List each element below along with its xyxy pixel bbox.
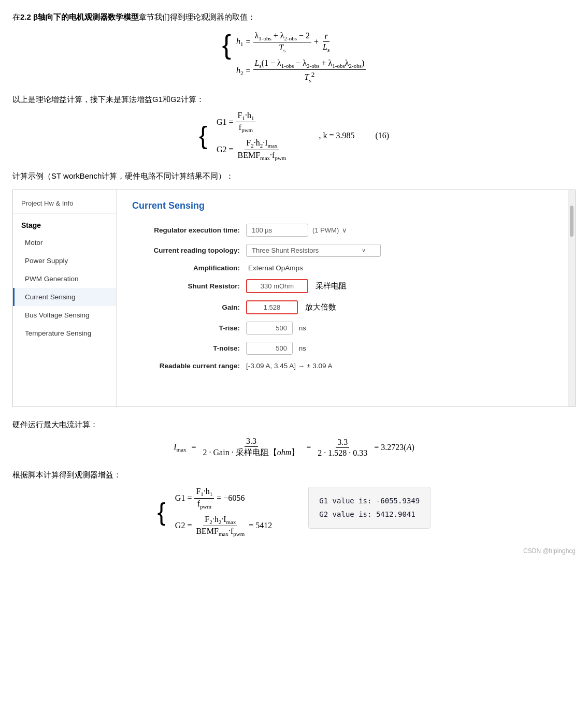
sidebar-section-label: Stage bbox=[13, 214, 116, 234]
readable-row: Readable current range: [-3.09 A, 3.45 A… bbox=[132, 362, 552, 370]
section2-label: 以上是理论增益计算，接下来是算法增益G1和G2计算： bbox=[12, 95, 204, 104]
sidebar-top: Project Hw & Info bbox=[13, 190, 116, 214]
intro-text: 在2.2 β轴向下的电机观测器数学模型章节我们得到理论观测器的取值： bbox=[12, 10, 576, 24]
sidebar-item-current-sensing[interactable]: Current Sensing bbox=[13, 288, 116, 306]
panel-main: Current Sensing Regulator execution time… bbox=[117, 190, 568, 407]
sidebar-item-pwm-generation[interactable]: PWM Generation bbox=[13, 270, 116, 288]
topology-row: Current reading topology: Three Shunt Re… bbox=[132, 244, 552, 257]
gain-value[interactable]: 1.528 bbox=[246, 300, 298, 314]
regulator-note: (1 PWM) ∨ bbox=[312, 226, 347, 234]
formula-lines-1: h1 = λ1-obs + λ2-obs − 2 Ts + r Ls h2 = … bbox=[236, 31, 366, 83]
eq-num: (16) bbox=[375, 131, 389, 140]
shunt-label: Shunt Resistor: bbox=[132, 282, 246, 290]
panel-title: Current Sensing bbox=[132, 200, 552, 211]
bottom-formula-section: { G1 = F1·h1 fpwm = −6056 G2 = F2·h2·Ima… bbox=[12, 487, 576, 537]
G1-bottom-row: G1 = F1·h1 fpwm = −6056 bbox=[175, 487, 272, 509]
dropdown-arrow-topology: ∨ bbox=[362, 247, 366, 254]
dropdown-arrow-regulator[interactable]: ∨ bbox=[342, 226, 347, 234]
G1G2-lines: G1 = F1·h1 fpwm G2 = F2·h2·Imax BEMFmax·… bbox=[217, 111, 288, 161]
sidebar-item-temperature[interactable]: Temperature Sensing bbox=[13, 324, 116, 342]
G2-bottom-row: G2 = F2·h2·Imax BEMFmax·fpwm = 5412 bbox=[175, 515, 272, 537]
section2-text: 以上是理论增益计算，接下来是算法增益G1和G2计算： bbox=[12, 93, 576, 106]
sidebar-item-power-supply[interactable]: Power Supply bbox=[13, 252, 116, 270]
tnoise-label: T-noise: bbox=[132, 344, 246, 352]
trise-value[interactable]: 500 bbox=[246, 322, 293, 335]
sidebar-item-motor[interactable]: Motor bbox=[13, 234, 116, 252]
trise-label: T-rise: bbox=[132, 324, 246, 332]
chapter-ref: 2.2 β轴向下的电机观测器数学模型 bbox=[20, 12, 139, 21]
topology-value: Three Shunt Resistors bbox=[252, 246, 319, 254]
amplification-row: Amplification: External OpAmps bbox=[132, 264, 552, 272]
gain-row: Gain: 1.528 放大倍数 bbox=[132, 300, 552, 314]
code-line-2: G2 value is: 5412.9041 bbox=[319, 508, 420, 521]
trise-unit: ns bbox=[299, 324, 306, 332]
watermark: CSDN @hlpinghcg bbox=[12, 547, 576, 555]
regulator-label: Regulator execution time: bbox=[132, 226, 246, 234]
gain-label: Gain: bbox=[132, 303, 246, 311]
formula-block-1: { h1 = λ1-obs + λ2-obs − 2 Ts + r Ls h2 … bbox=[12, 31, 576, 83]
amplification-label: Amplification: bbox=[132, 264, 246, 272]
regulator-value[interactable]: 100 µs bbox=[246, 224, 308, 237]
trise-row: T-rise: 500 ns bbox=[132, 322, 552, 335]
formula-block-2: { G1 = F1·h1 fpwm G2 = F2·h2·Imax BEMFma… bbox=[12, 111, 576, 161]
brace-2: { bbox=[199, 123, 207, 148]
brace-1: { bbox=[222, 31, 231, 83]
formula-G1G2: { G1 = F1·h1 fpwm G2 = F2·h2·Imax BEMFma… bbox=[199, 111, 288, 161]
G1G2-bottom: { G1 = F1·h1 fpwm = −6056 G2 = F2·h2·Ima… bbox=[157, 487, 273, 537]
intro-suffix: 章节我们得到理论观测器的取值： bbox=[139, 12, 255, 21]
sidebar-item-bus-voltage[interactable]: Bus Voltage Sensing bbox=[13, 306, 116, 324]
formula-h2: h2 = Ls(1 − λ1-obs − λ2-obs + λ1-obsλ2-o… bbox=[236, 59, 366, 83]
topology-select[interactable]: Three Shunt Resistors ∨ bbox=[246, 244, 381, 257]
readable-value: [-3.09 A, 3.45 A] → ± 3.09 A bbox=[246, 362, 333, 370]
shunt-row: Shunt Resistor: 330 mOhm 采样电阻 bbox=[132, 279, 552, 293]
shunt-annotation: 采样电阻 bbox=[315, 281, 347, 291]
G1-row: G1 = F1·h1 fpwm bbox=[217, 111, 288, 133]
sidebar: Project Hw & Info Stage Motor Power Supp… bbox=[13, 190, 117, 407]
readable-label: Readable current range: bbox=[132, 362, 246, 370]
k-value: , k = 3.985 bbox=[319, 131, 354, 140]
amplification-value: External OpAmps bbox=[246, 264, 303, 272]
tnoise-unit: ns bbox=[299, 344, 306, 352]
topology-label: Current reading topology: bbox=[132, 246, 246, 254]
tnoise-row: T-noise: 500 ns bbox=[132, 342, 552, 355]
gain-annotation: 放大倍数 bbox=[305, 302, 336, 312]
shunt-value[interactable]: 330 mOhm bbox=[246, 279, 308, 293]
G2-row: G2 = F2·h2·Imax BEMFmax·fpwm bbox=[217, 138, 288, 161]
sidebar-top-label: Project Hw & Info bbox=[21, 199, 73, 207]
calc-note: 计算示例（ST workBench计算，硬件电路不同计算结果不同）： bbox=[12, 169, 576, 183]
imax-formula: Imax = 3.3 2 · Gain · 采样电阻【ohm】 = 3.3 2 … bbox=[12, 437, 576, 458]
regulator-row: Regulator execution time: 100 µs (1 PWM)… bbox=[132, 224, 552, 237]
hardware-section: 硬件运行最大电流计算： bbox=[12, 417, 576, 431]
code-line-1: G1 value is: -6055.9349 bbox=[319, 495, 420, 507]
scrollbar-thumb[interactable] bbox=[570, 206, 573, 237]
observer-section: 根据脚本计算得到观测器增益： bbox=[12, 468, 576, 482]
code-block: G1 value is: -6055.9349 G2 value is: 541… bbox=[308, 487, 431, 528]
hardware-title: 硬件运行最大电流计算： bbox=[12, 420, 98, 429]
tnoise-value[interactable]: 500 bbox=[246, 342, 293, 355]
observer-title: 根据脚本计算得到观测器增益： bbox=[12, 470, 121, 479]
formula-h1: h1 = λ1-obs + λ2-obs − 2 Ts + r Ls bbox=[236, 31, 366, 53]
scrollbar[interactable] bbox=[568, 190, 575, 407]
ui-panel: Project Hw & Info Stage Motor Power Supp… bbox=[12, 190, 576, 407]
